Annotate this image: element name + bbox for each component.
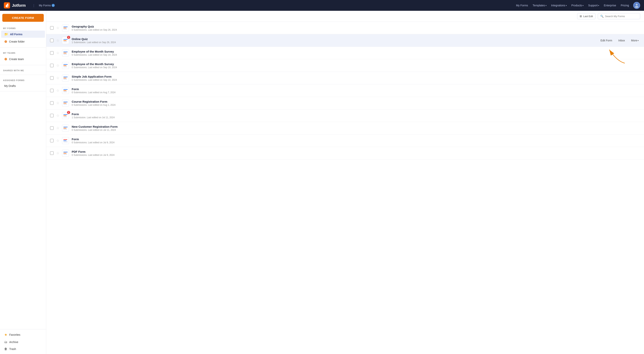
nav-pricing[interactable]: Pricing: [619, 3, 631, 8]
filter-icon: ⊞: [580, 15, 582, 18]
my-teams-section-label: MY TEAMS: [0, 49, 46, 55]
form-checkbox[interactable]: [50, 89, 54, 92]
sidebar-item-my-drafts[interactable]: My Drafts: [1, 83, 45, 89]
form-list-item[interactable]: ☆ 1 Form 1 Submission. Last edited on Ju…: [46, 109, 644, 122]
form-icon: [62, 49, 69, 56]
svg-point-1: [636, 4, 638, 5]
favorite-star[interactable]: ☆: [56, 88, 59, 93]
nav-templates[interactable]: Templates ▾: [531, 3, 548, 8]
form-icon: [62, 24, 69, 31]
search-box[interactable]: 🔍: [598, 13, 640, 19]
form-list-item[interactable]: ☆ Employee of the Month Survey 0 Submiss…: [46, 59, 644, 72]
form-meta: 0 Submissions. Last edited on Sep 19, 20…: [72, 66, 640, 69]
form-info: Employee of the Month Survey 0 Submissio…: [72, 50, 640, 56]
form-checkbox[interactable]: [50, 51, 54, 55]
sidebar-item-trash[interactable]: 🗑 Trash: [1, 346, 45, 353]
folder-icon: 📁: [4, 32, 8, 36]
form-info: New Customer Registration Form 0 Submiss…: [72, 125, 640, 131]
favorite-star[interactable]: ☆: [56, 113, 59, 118]
nav-support[interactable]: Support ▾: [586, 3, 601, 8]
favorite-star[interactable]: ☆: [56, 51, 59, 55]
sidebar-item-create-folder[interactable]: ⊕ Create folder: [1, 38, 45, 45]
form-checkbox[interactable]: [50, 76, 54, 80]
user-avatar[interactable]: [633, 2, 640, 9]
form-icon-wrapper: 1: [62, 112, 69, 119]
form-title: Geography Quiz: [72, 25, 640, 28]
form-list-item[interactable]: ☆ Form 0 Submissions. Last edited on Aug…: [46, 84, 644, 97]
verified-badge: ✓: [52, 4, 55, 7]
favorite-star[interactable]: ☆: [56, 38, 59, 42]
form-meta: 0 Submissions. Last edited on Aug 1, 202…: [72, 104, 640, 106]
inbox-button[interactable]: Inbox: [617, 38, 626, 43]
sidebar-item-archive[interactable]: 🗂 Archive: [1, 339, 45, 346]
form-list-item[interactable]: ☆ New Customer Registration Form 0 Submi…: [46, 122, 644, 134]
assigned-section-label: ASSIGNED FORMS: [0, 77, 46, 83]
form-list-item[interactable]: ☆ Course Registration Form 0 Submissions…: [46, 97, 644, 109]
form-list-item[interactable]: ☆ Form 0 Submissions. Last edited on Jul…: [46, 134, 644, 147]
form-icon: [62, 87, 69, 94]
search-input[interactable]: [605, 15, 638, 18]
content-area: ⊞ Last Edit 🔍 ☆ Geography Quiz 0: [46, 11, 644, 354]
form-checkbox[interactable]: [50, 101, 54, 105]
sidebar-divider-2: [0, 65, 46, 65]
form-checkbox[interactable]: [50, 114, 54, 117]
form-checkbox[interactable]: [50, 26, 54, 30]
form-meta: 0 Submissions. Last edited on Sep 26, 20…: [72, 28, 640, 31]
form-list-item[interactable]: ☆ Employee of the Month Survey 0 Submiss…: [46, 47, 644, 59]
nav-enterprise[interactable]: Enterprise: [602, 3, 618, 8]
form-row-actions: Edit Form Inbox More ▾: [599, 38, 640, 43]
form-icon-wrapper: [62, 150, 69, 157]
form-meta: 1 Submission. Last edited on Jul 11, 202…: [72, 116, 640, 119]
form-icon: [62, 100, 69, 106]
sidebar-item-favorites[interactable]: ★ Favorites: [1, 331, 45, 339]
sidebar-item-create-team[interactable]: ⊕ Create team: [1, 55, 45, 63]
form-title: Simple Job Application Form: [72, 75, 640, 78]
form-checkbox[interactable]: [50, 126, 54, 130]
favorite-star[interactable]: ☆: [56, 63, 59, 68]
my-forms-section-label: MY FORMS: [0, 25, 46, 31]
context-label[interactable]: My Forms ✓: [39, 4, 55, 7]
more-button[interactable]: More ▾: [630, 38, 640, 43]
form-checkbox[interactable]: [50, 151, 54, 155]
form-title: Form: [72, 87, 640, 91]
submission-badge: 1: [67, 111, 70, 114]
favorite-star[interactable]: ☆: [56, 151, 59, 155]
form-icon-wrapper: [62, 49, 69, 56]
form-title: PDF Form: [72, 150, 640, 153]
form-title: Form: [72, 112, 640, 116]
nav-products[interactable]: Products ▾: [570, 3, 586, 8]
form-icon: [62, 125, 69, 132]
form-list-item[interactable]: ☆ Simple Job Application Form 0 Submissi…: [46, 72, 644, 84]
logo-area[interactable]: Jotform: [4, 2, 26, 8]
form-list-item[interactable]: ☆ Geography Quiz 0 Submissions. Last edi…: [46, 22, 644, 34]
favorite-star[interactable]: ☆: [56, 126, 59, 130]
favorite-star[interactable]: ☆: [56, 26, 59, 30]
form-icon: [62, 137, 69, 144]
nav-my-forms[interactable]: My Forms: [514, 3, 530, 8]
favorite-star[interactable]: ☆: [56, 101, 59, 105]
form-icon-wrapper: [62, 87, 69, 94]
form-meta: 1 Submission. Last edited on Sep 26, 202…: [72, 41, 596, 44]
last-edit-button[interactable]: ⊞ Last Edit: [577, 13, 596, 19]
nav-integrations[interactable]: Integrations ▾: [549, 3, 569, 8]
sidebar-bottom: ★ Favorites 🗂 Archive 🗑 Trash: [0, 329, 46, 354]
chevron-down-icon: ▾: [566, 4, 567, 6]
form-icon-wrapper: [62, 62, 69, 69]
chevron-down-icon: ▾: [582, 4, 584, 6]
sidebar-item-all-forms[interactable]: 📁 All Forms: [1, 31, 45, 38]
edit-form-button[interactable]: Edit Form: [599, 38, 614, 43]
form-checkbox[interactable]: [50, 39, 54, 42]
form-title: Online Quiz: [72, 37, 596, 41]
form-info: Simple Job Application Form 0 Submission…: [72, 75, 640, 81]
main-layout: CREATE FORM MY FORMS 📁 All Forms ⊕ Creat…: [0, 0, 644, 354]
archive-icon: 🗂: [4, 340, 7, 344]
form-checkbox[interactable]: [50, 64, 54, 67]
form-list-item[interactable]: ☆ PDF Form 0 Submissions. Last edited on…: [46, 147, 644, 159]
brand-name: Jotform: [12, 3, 26, 8]
form-list-item[interactable]: ☆ 1 Online Quiz 1 Submission. Last edite…: [46, 34, 644, 47]
create-form-button[interactable]: CREATE FORM: [2, 14, 44, 22]
favorite-star[interactable]: ☆: [56, 138, 59, 143]
form-info: PDF Form 0 Submissions. Last edited on J…: [72, 150, 640, 156]
favorite-star[interactable]: ☆: [56, 76, 59, 80]
form-checkbox[interactable]: [50, 139, 54, 142]
